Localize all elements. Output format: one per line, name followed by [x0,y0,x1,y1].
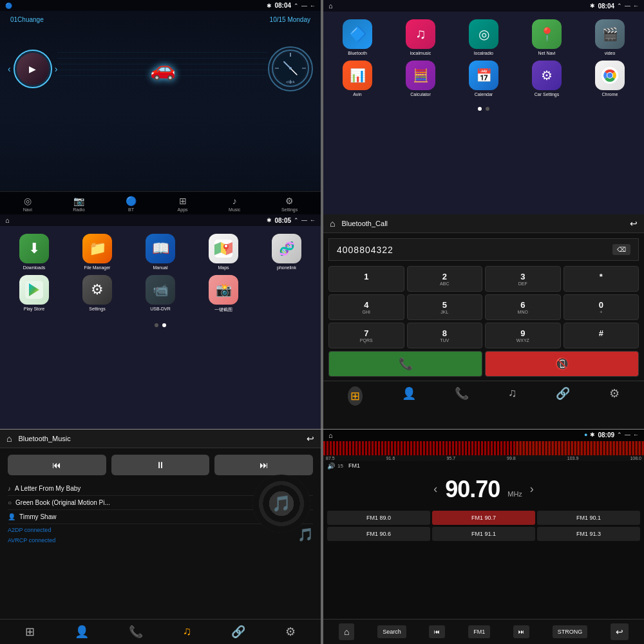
radio-back-button[interactable]: ↩ [611,623,629,640]
playstore-app-label: Play Store [24,307,44,311]
music-nav-button[interactable]: ♫ [508,386,517,406]
app-settings[interactable]: ⚙ Settings [68,275,126,313]
dial-9[interactable]: 9 WXYZ [485,323,561,348]
status-left: 🔵 [5,3,12,9]
app-localmusic[interactable]: ♫ localmusic [392,19,450,55]
radio-home-button[interactable]: ⌂ [339,623,354,640]
bt-icon-p2: ✱ [590,3,595,9]
dial-star[interactable]: * [564,266,639,292]
prev-button[interactable]: ‹ [8,64,11,74]
nav-label-navi: Navi [23,207,32,212]
grid-icon[interactable]: ⊞ [25,625,35,639]
app-phonelink[interactable]: 🧬 phonelink [258,234,316,270]
app-carsettings[interactable]: ⚙ Car Settings [518,61,576,97]
app-chrome[interactable]: Chrome [581,61,639,97]
preset-1[interactable]: FM1 89.0 [327,511,430,525]
minimize-icon-p2[interactable]: — [625,3,630,9]
app-maps[interactable]: Maps [194,234,252,270]
nav-radio[interactable]: 📷 Radio [73,196,84,212]
app-calendar[interactable]: 📅 Calendar [455,61,513,97]
app-manual[interactable]: 📖 Manual [131,234,189,270]
next-station-button[interactable]: ⏭ [513,625,529,638]
back-icon-p6[interactable]: ← [633,431,639,439]
freq-up-button[interactable]: › [530,482,534,496]
prev-track-button[interactable]: ⏮ [8,455,106,475]
radio-bottom-bar: ⌂ Search ⏮ FM1 ⏭ STRONG ↩ [323,619,644,644]
link-icon[interactable]: 🔗 [231,625,245,639]
call-button[interactable]: 📞 [328,351,482,377]
dial-8[interactable]: 8 TUV [407,323,483,348]
app-video[interactable]: 🎬 video [581,19,639,55]
app-playstore[interactable]: Play Store [5,275,63,313]
dial-7[interactable]: 7 PQRS [328,323,404,348]
dial-hash[interactable]: # [564,323,639,348]
back-icon-p2[interactable]: ← [633,3,639,9]
dial-3[interactable]: 3 DEF [485,266,561,292]
phonelink-app-icon: 🧬 [272,234,301,263]
calendar-app-label: Calendar [475,92,493,97]
app-netnavi[interactable]: 📍 Net Navi [518,19,576,55]
settings-nav-icon[interactable]: ⚙ [285,625,296,639]
backspace-button[interactable]: ⌫ [612,244,630,255]
pause-button[interactable]: ⏸ [111,455,210,475]
mark-1080: 108.0 [630,456,641,460]
wifi-icon: ● [584,431,587,439]
minimize-icon-p3[interactable]: — [301,217,307,223]
call-bottom-nav: ⊞ 👤 📞 ♫ 🔗 ⚙ [323,381,644,411]
preset-4[interactable]: FM1 90.6 [327,527,430,541]
app-localradio[interactable]: ◎ localradio [455,19,513,55]
contacts-button[interactable]: 👤 [402,386,416,406]
app-downloads[interactable]: ⬇ Downloads [5,234,63,270]
minimize-icon[interactable]: — [301,3,307,9]
keypad-button[interactable]: ⊞ [348,386,363,406]
clock: clock [268,46,313,91]
app-filemanager[interactable]: 📁 File Manager [68,234,126,270]
dial-2[interactable]: 2 ABC [407,266,483,292]
back-icon-p4[interactable]: ↩ [630,218,638,229]
album-art: ▶ [14,50,52,88]
link-button[interactable]: 🔗 [556,386,570,406]
app-screenshot[interactable]: 📸 一键截图 [194,275,252,313]
app-usbdvr[interactable]: 📹 USB-DVR [131,275,189,313]
end-call-button[interactable]: 📵 [485,351,639,377]
nav-navi[interactable]: ◎ Navi [23,196,32,212]
strong-button[interactable]: STRONG [553,625,588,638]
mark-875: 87.5 [326,456,335,460]
app-bluetooth[interactable]: 🔷 Bluetooth [328,19,386,55]
next-track-button[interactable]: ⏭ [214,455,313,475]
preset-2[interactable]: FM1 90.7 [432,511,535,525]
minimize-icon-p6[interactable]: — [625,431,630,439]
preset-6[interactable]: FM1 91.3 [537,527,640,541]
track-1-name: A Letter From My Baby [15,485,80,492]
home-icon-p4[interactable]: ⌂ [330,218,335,229]
freq-down-button[interactable]: ‹ [433,482,437,496]
dial-4[interactable]: 4 GHI [328,294,404,320]
localradio-app-label: localradio [474,51,493,55]
search-button[interactable]: Search [377,625,406,638]
preset-5[interactable]: FM1 91.1 [432,527,535,541]
nav-settings[interactable]: ⚙ Settings [281,196,298,212]
nav-bt[interactable]: 🔵 BT [126,196,137,212]
dial-0[interactable]: 0 + [564,294,639,320]
back-icon-p3[interactable]: ← [310,217,316,223]
prev-station-button[interactable]: ⏮ [429,625,445,638]
dial-1[interactable]: 1 [328,266,404,292]
home-icon-p5[interactable]: ⌂ [6,433,12,444]
recent-calls-button[interactable]: 📞 [455,386,469,406]
dial-6[interactable]: 6 MNO [485,294,561,320]
preset-3[interactable]: FM1 90.1 [537,511,640,525]
app-avin[interactable]: 📊 Avin [328,61,386,97]
phone-icon[interactable]: 📞 [129,625,143,639]
nav-music[interactable]: ♪ Music [229,196,240,212]
back-icon[interactable]: ← [310,3,316,9]
gear-button[interactable]: ⚙ [609,386,620,406]
person-icon[interactable]: 👤 [75,625,89,639]
radio-panel: ⌂ ● ✱ 08:09 ⌃ — ← 87.5 91.6 95.7 99.8 10… [321,430,644,644]
app-calculator[interactable]: 🧮 Calculator [392,61,450,97]
back-icon-p5[interactable]: ↩ [307,433,314,444]
dial-5[interactable]: 5 JKL [407,294,483,320]
dial-5-main: 5 [442,300,447,310]
fm1-button[interactable]: FM1 [468,625,490,638]
music-active-icon[interactable]: ♫ [183,625,192,639]
nav-apps[interactable]: ⊞ Apps [178,196,188,212]
